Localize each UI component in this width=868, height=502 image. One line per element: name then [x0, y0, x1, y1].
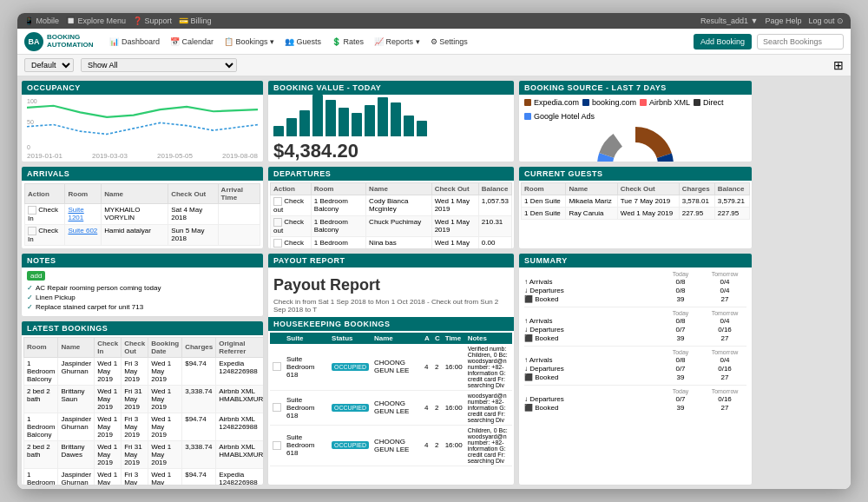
- top-bar-right: Results_add1 ▼ Page Help Log out ⊙: [700, 17, 844, 25]
- support-link[interactable]: ❓ Support: [133, 17, 172, 25]
- logo-icon: BA: [24, 32, 43, 51]
- summary-arrivals-tomorrow2: 0/4: [703, 317, 746, 325]
- departures-table: Action Room Name Check Out Balance Check…: [270, 182, 512, 248]
- hk-col-notes: Notes: [465, 333, 512, 344]
- mobile-link[interactable]: 📱 Mobile: [24, 17, 59, 25]
- housekeeping-header: HOUSEKEEPING BOOKINGS: [268, 317, 514, 331]
- summary-booked-today: 39: [659, 295, 702, 303]
- summary-col-today4: Today: [659, 388, 702, 394]
- arrival-room: Suite 1201: [65, 204, 102, 225]
- occupancy-body: 100 50 0 2019-01-012019-03-032019-05-052…: [22, 95, 263, 162]
- arrivals-table: Action Room Name Check Out Arrival Time …: [24, 183, 260, 246]
- summary-empty4: [524, 388, 658, 394]
- notes-add-button[interactable]: add: [27, 271, 45, 281]
- nav-bookings[interactable]: 📋 Bookings ▾: [221, 36, 277, 48]
- summary-body: Today Tomorrow ↑ Arrivals 0/8 0/4 ↓ Depa…: [519, 268, 752, 485]
- donut-chart: [596, 126, 674, 162]
- summary-departures-label3: ↓ Departures: [524, 365, 658, 373]
- summary-empty2: [524, 310, 658, 316]
- summary-col-tomorrow: Tomorrow: [703, 271, 746, 277]
- hk-col-check: [270, 333, 284, 344]
- summary-booked-tomorrow4: 27: [703, 404, 746, 412]
- nav-bar: BA BOOKING AUTOMATION 📊 Dashboard 📅 Cale…: [17, 29, 851, 55]
- table-row: Check In Suite 602 Hamid aatalyar Sun 5 …: [25, 225, 260, 246]
- arrival-time: [218, 225, 260, 246]
- summary-arrivals-today: 0/8: [659, 278, 702, 286]
- summary-section-2: Today Tomorrow ↑ Arrivals 0/8 0/4 ↓ Depa…: [524, 310, 746, 342]
- table-row: Check out 1 Bedroom BalconyNina basWed 1…: [271, 237, 512, 248]
- summary-booked-label: ⬛ Booked: [524, 295, 658, 303]
- payout-panel: PAYOUT REPORT Payout Report Check in fro…: [267, 253, 515, 486]
- legend-booking: booking.com: [582, 98, 636, 107]
- hk-col-name: Name: [372, 333, 422, 344]
- summary-arrivals-label2: ↑ Arrivals: [524, 317, 658, 325]
- browser-window: 📱 Mobile 🔲 Explore Menu ❓ Support 💳 Bill…: [17, 13, 851, 489]
- bar-chart-bar: [404, 116, 414, 136]
- bar-chart-bar: [352, 113, 362, 136]
- booking-source-legend: Expedia.com booking.com Airbnb XML Direc…: [524, 98, 746, 122]
- nav-reports[interactable]: 📈 Reports ▾: [372, 36, 423, 48]
- note-bullet-icon: ✓: [27, 294, 33, 301]
- filter-bar: Default Show All ⊞: [17, 55, 851, 76]
- summary-departures-label: ↓ Departures: [524, 287, 658, 294]
- show-all-filter[interactable]: Show All: [81, 58, 237, 72]
- current-guests-table: Room Name Check Out Charges Balance 1 De…: [521, 182, 750, 220]
- arrival-action: Check In: [25, 204, 65, 225]
- cg-col-room: Room: [522, 183, 566, 195]
- notes-panel: NOTES add ✓ AC Repair rooming person com…: [21, 253, 264, 317]
- arrival-room: Suite 602: [65, 225, 102, 246]
- nav-dashboard[interactable]: 📊 Dashboard: [107, 36, 162, 48]
- bar-chart-bar: [365, 105, 375, 136]
- explore-menu-link[interactable]: 🔲 Explore Menu: [66, 17, 126, 25]
- summary-booked-today3: 39: [659, 373, 702, 381]
- page-help-link[interactable]: Page Help: [765, 17, 801, 25]
- nav-settings[interactable]: ⚙ Settings: [428, 36, 470, 48]
- billing-link[interactable]: 💳 Billing: [179, 17, 212, 25]
- search-input[interactable]: [757, 34, 844, 50]
- summary-grid-3: Today Tomorrow ↑ Arrivals 0/8 0/4 ↓ Depa…: [524, 349, 746, 381]
- nav-calendar[interactable]: 📅 Calendar: [168, 36, 216, 48]
- arrival-action: Check In: [25, 225, 65, 246]
- arrival-checkout: Sat 4 May 2018: [168, 204, 218, 225]
- dep-col-checkout: Check Out: [431, 183, 478, 195]
- summary-col-today2: Today: [659, 310, 702, 316]
- payout-description: Check in from Sat 1 Sep 2018 to Mon 1 Oc…: [273, 298, 509, 314]
- summary-departures-label2: ↓ Departures: [524, 326, 658, 334]
- summary-booked-label2: ⬛ Booked: [524, 334, 658, 342]
- hk-col-status: Status: [329, 333, 372, 344]
- summary-departures-tomorrow3: 0/16: [703, 365, 746, 373]
- arrivals-col-name: Name: [102, 184, 168, 204]
- table-row: Suite Bedroom 618 OCCUPIED CHOONG GEUN L…: [270, 390, 512, 425]
- bar-chart-bar: [299, 110, 310, 136]
- note-bullet-icon: ✓: [27, 284, 33, 292]
- booking-value-panel: BOOKING VALUE - TODAY $4,384.20: [267, 80, 515, 162]
- table-row: 1 Bedroom BalconyJaspinder GhurnanWed 1 …: [24, 468, 264, 485]
- legend-dot-airbnb: [640, 99, 647, 106]
- dep-col-balance: Balance: [478, 183, 511, 195]
- cg-col-name: Name: [566, 183, 617, 195]
- table-row: Suite Bedroom 618 OCCUPIED CHOONG GEUN L…: [270, 344, 512, 391]
- booking-source-panel: BOOKING SOURCE - LAST 7 DAYS Expedia.com…: [518, 80, 753, 162]
- summary-empty3: [524, 349, 658, 355]
- bar-chart-bar: [378, 97, 388, 136]
- hk-col-time: Time: [443, 333, 465, 344]
- bar-chart-bar: [273, 126, 284, 136]
- grid-icon[interactable]: ⊞: [833, 58, 844, 72]
- hk-col-children: C: [432, 333, 443, 344]
- bar-chart-bar: [339, 108, 349, 136]
- add-booking-button[interactable]: Add Booking: [694, 34, 752, 50]
- note-item: ✓ Linen Pickup: [27, 294, 258, 301]
- booking-value-body: $4,384.20: [268, 95, 514, 162]
- legend-label-booking: booking.com: [592, 98, 636, 107]
- nav-rates[interactable]: 💲 Rates: [329, 36, 366, 48]
- summary-booked-today4: 39: [659, 404, 702, 412]
- note-text: AC Repair rooming person coming today: [36, 284, 161, 292]
- summary-departures-label4: ↓ Departures: [524, 395, 658, 403]
- logout-link[interactable]: Log out ⊙: [808, 17, 844, 25]
- default-filter[interactable]: Default: [24, 58, 74, 72]
- top-bar: 📱 Mobile 🔲 Explore Menu ❓ Support 💳 Bill…: [17, 13, 851, 29]
- summary-panel: SUMMARY Today Tomorrow ↑ Arrivals 0/8 0/…: [518, 253, 753, 486]
- table-row: 2 bed 2 bathBrittany DawesWed 1 May 2019…: [24, 440, 264, 468]
- nav-guests[interactable]: 👥 Guests: [282, 36, 324, 48]
- summary-section-4: Today Tomorrow ↓ Departures 0/7 0/16 ⬛ B…: [524, 388, 746, 412]
